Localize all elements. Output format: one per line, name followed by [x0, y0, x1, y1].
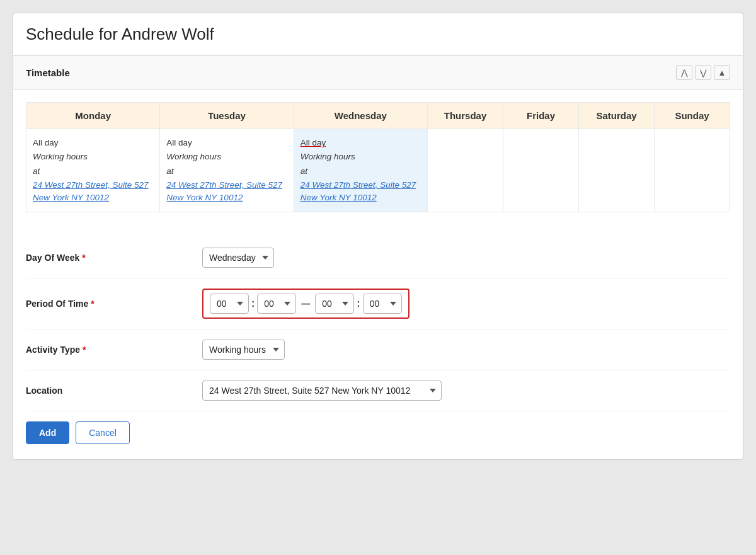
tuesday-content: All day Working hours at 24 West 27th St…: [166, 137, 287, 204]
period-dash: —: [299, 299, 312, 309]
hour-end-select[interactable]: 00 010203 040506 070809 101112 131415 16…: [315, 294, 354, 314]
wednesday-at: at: [301, 165, 421, 178]
day-of-week-control: Monday Tuesday Wednesday Thursday Friday…: [202, 248, 730, 268]
timetable: Monday Tuesday Wednesday Thursday Friday…: [26, 102, 730, 212]
day-of-week-required: *: [82, 253, 85, 263]
monday-content: All day Working hours at 24 West 27th St…: [33, 137, 153, 204]
cell-tuesday: All day Working hours at 24 West 27th St…: [160, 129, 294, 212]
activity-type-select[interactable]: Working hours Break Unavailable: [202, 340, 285, 360]
header-friday: Friday: [503, 103, 578, 129]
wednesday-allday: All day: [301, 137, 421, 149]
day-of-week-label: Day Of Week *: [26, 253, 202, 263]
monday-workinghours: Working hours: [33, 151, 153, 163]
period-time-wrapper: 00 010203 040506 070809 101112 131415 16…: [202, 289, 410, 319]
ctrl-up-button[interactable]: ⋀: [676, 65, 692, 80]
activity-type-control: Working hours Break Unavailable: [202, 340, 730, 360]
header-thursday: Thursday: [427, 103, 503, 129]
tuesday-location-link[interactable]: 24 West 27th Street, Suite 527 New York …: [166, 180, 282, 202]
location-row: Location 24 West 27th Street, Suite 527 …: [26, 370, 730, 411]
cell-saturday: [578, 129, 654, 212]
section-controls: ⋀ ⋁ ▲: [676, 65, 730, 80]
page-title-bar: Schedule for Andrew Wolf: [13, 13, 743, 56]
location-control: 24 West 27th Street, Suite 527 New York …: [202, 380, 730, 401]
colon-sep-2: :: [357, 298, 360, 309]
location-select[interactable]: 24 West 27th Street, Suite 527 New York …: [202, 380, 442, 401]
tuesday-at: at: [166, 165, 287, 178]
monday-location-link[interactable]: 24 West 27th Street, Suite 527 New York …: [33, 180, 149, 202]
period-of-time-row: Period Of Time * 00 010203 040506 070809…: [26, 278, 730, 329]
form-area: Day Of Week * Monday Tuesday Wednesday T…: [13, 231, 743, 459]
header-wednesday: Wednesday: [294, 103, 427, 129]
table-row: All day Working hours at 24 West 27th St…: [26, 129, 730, 212]
timetable-section-body: Monday Tuesday Wednesday Thursday Friday…: [13, 89, 743, 231]
colon-sep-1: :: [251, 298, 255, 309]
location-label: Location: [26, 386, 202, 396]
add-button[interactable]: Add: [26, 421, 69, 444]
cell-sunday: [654, 129, 730, 212]
page-title: Schedule for Andrew Wolf: [26, 25, 730, 44]
period-of-time-control: 00 010203 040506 070809 101112 131415 16…: [202, 289, 730, 319]
cell-thursday: [427, 129, 503, 212]
wednesday-workinghours: Working hours: [301, 151, 421, 163]
wednesday-content: All day Working hours at 24 West 27th St…: [301, 137, 421, 204]
tuesday-workinghours: Working hours: [166, 151, 287, 163]
day-of-week-row: Day Of Week * Monday Tuesday Wednesday T…: [26, 237, 730, 278]
timetable-section-title: Timetable: [26, 67, 70, 78]
minute-end-select[interactable]: 00 15 30 45: [363, 294, 402, 314]
ctrl-collapse-button[interactable]: ▲: [714, 65, 730, 80]
main-container: Schedule for Andrew Wolf Timetable ⋀ ⋁ ▲…: [13, 13, 743, 460]
cancel-button[interactable]: Cancel: [76, 421, 130, 444]
activity-type-row: Activity Type * Working hours Break Unav…: [26, 329, 730, 370]
minute-start-select[interactable]: 00 15 30 45: [257, 294, 296, 314]
period-of-time-label: Period Of Time *: [26, 299, 202, 309]
header-saturday: Saturday: [578, 103, 654, 129]
header-sunday: Sunday: [654, 103, 730, 129]
cell-monday: All day Working hours at 24 West 27th St…: [26, 129, 160, 212]
tuesday-allday: All day: [166, 137, 287, 149]
monday-at: at: [33, 165, 153, 178]
ctrl-down-button[interactable]: ⋁: [695, 65, 711, 80]
day-of-week-select[interactable]: Monday Tuesday Wednesday Thursday Friday…: [202, 248, 274, 268]
button-row: Add Cancel: [26, 411, 730, 447]
wednesday-location-link[interactable]: 24 West 27th Street, Suite 527 New York …: [301, 180, 416, 202]
activity-type-label: Activity Type *: [26, 345, 202, 355]
timetable-section-header: Timetable ⋀ ⋁ ▲: [13, 56, 743, 89]
monday-allday: All day: [33, 137, 153, 149]
period-of-time-required: *: [91, 299, 94, 309]
hour-start-select[interactable]: 00 010203 040506 070809 101112 131415 16…: [210, 294, 249, 314]
header-tuesday: Tuesday: [160, 103, 294, 129]
cell-wednesday: All day Working hours at 24 West 27th St…: [294, 129, 427, 212]
header-monday: Monday: [26, 103, 160, 129]
activity-type-required: *: [83, 345, 86, 355]
cell-friday: [503, 129, 578, 212]
